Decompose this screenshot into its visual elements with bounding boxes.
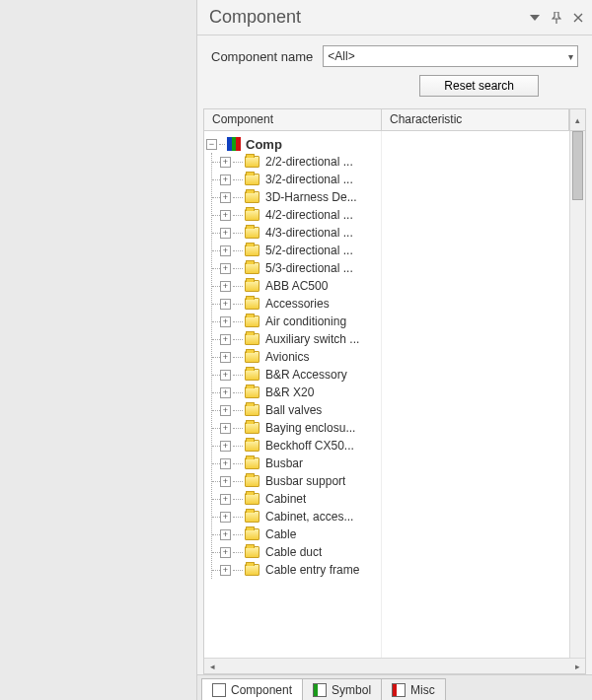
characteristic-column-body xyxy=(382,131,569,658)
component-tree[interactable]: − Comp +2/2-directional ...+3/2-directio… xyxy=(204,131,382,658)
tree-node[interactable]: +2/2-directional ... xyxy=(212,153,381,171)
tree-node[interactable]: +B&R Accessory xyxy=(212,366,381,384)
tree-expand-toggle[interactable]: + xyxy=(220,370,231,381)
horizontal-scrollbar-track[interactable] xyxy=(220,659,569,673)
tree-root-row[interactable]: − Comp xyxy=(206,135,381,153)
folder-icon xyxy=(245,333,259,345)
tab-symbol-icon xyxy=(313,683,327,697)
tree-node[interactable]: +3/2-directional ... xyxy=(212,171,381,188)
tree-node[interactable]: +Busbar support xyxy=(212,472,381,490)
tab-component[interactable]: Component xyxy=(201,678,303,700)
tree-node[interactable]: +Ball valves xyxy=(212,401,381,419)
tree-node[interactable]: +Baying enclosu... xyxy=(212,419,381,437)
tree-node[interactable]: +Avionics xyxy=(212,348,381,366)
tree-expand-toggle[interactable]: + xyxy=(220,441,231,452)
tree-node[interactable]: +Cable xyxy=(212,525,381,543)
tree-node[interactable]: +Cable duct xyxy=(212,543,381,561)
column-header-component[interactable]: Component xyxy=(204,109,382,130)
tree-node[interactable]: +Air conditioning xyxy=(212,313,381,330)
tree-node[interactable]: +5/3-directional ... xyxy=(212,259,381,277)
tree-node-label: Cable xyxy=(265,527,296,541)
tree-expand-toggle[interactable]: + xyxy=(220,316,231,327)
column-header-characteristic[interactable]: Characteristic xyxy=(382,109,569,130)
tree-expand-toggle[interactable]: + xyxy=(220,281,231,292)
tree-expand-toggle[interactable]: + xyxy=(220,228,231,239)
tree-expand-toggle[interactable]: + xyxy=(220,263,231,274)
tree-node[interactable]: +4/2-directional ... xyxy=(212,206,381,224)
tree-node-label: Air conditioning xyxy=(265,315,346,328)
folder-icon xyxy=(245,404,259,416)
tree-node-label: 3D-Harness De... xyxy=(265,190,357,204)
tree-node[interactable]: +B&R X20 xyxy=(212,384,381,401)
tree-node[interactable]: +ABB AC500 xyxy=(212,277,381,295)
horizontal-scrollbar[interactable]: ◂ ▸ xyxy=(204,658,585,673)
tree-node-label: B&R Accessory xyxy=(265,368,347,382)
tree-expand-toggle[interactable]: + xyxy=(220,175,231,185)
vertical-scrollbar-thumb[interactable] xyxy=(572,131,583,200)
tree-expand-toggle[interactable]: + xyxy=(220,192,231,203)
tree-node-label: Beckhoff CX50... xyxy=(265,439,354,453)
folder-icon xyxy=(245,475,259,487)
tree-node[interactable]: +Cabinet, acces... xyxy=(212,508,381,525)
tree-node[interactable]: +Cable entry frame xyxy=(212,561,381,579)
tree-expand-toggle[interactable]: + xyxy=(220,494,231,505)
tree-expand-toggle[interactable]: + xyxy=(220,299,231,310)
tree-expand-toggle[interactable]: + xyxy=(220,245,231,256)
tree-node[interactable]: +4/3-directional ... xyxy=(212,224,381,242)
tree-node-label: ABB AC500 xyxy=(265,279,328,293)
tree-node[interactable]: +Beckhoff CX50... xyxy=(212,437,381,455)
reset-search-button[interactable]: Reset search xyxy=(419,75,539,97)
tree-node-label: Ball valves xyxy=(265,403,322,417)
close-icon[interactable] xyxy=(572,12,584,24)
tree-node-label: B&R X20 xyxy=(265,385,314,399)
folder-icon xyxy=(245,386,259,398)
tree-expand-toggle[interactable]: + xyxy=(220,565,231,576)
tree-expand-toggle[interactable]: + xyxy=(220,387,231,398)
tree-expand-toggle[interactable]: + xyxy=(220,476,231,487)
tree-expand-toggle[interactable]: + xyxy=(220,210,231,221)
tree-expand-toggle[interactable]: + xyxy=(220,512,231,523)
tree-expand-toggle[interactable]: + xyxy=(220,423,231,434)
component-name-label: Component name xyxy=(211,49,313,64)
tab-misc-icon xyxy=(392,683,406,697)
vertical-scrollbar[interactable] xyxy=(569,131,585,658)
tree-expand-toggle[interactable]: + xyxy=(220,405,231,416)
tree-collapse-toggle[interactable]: − xyxy=(206,139,217,150)
pin-icon[interactable] xyxy=(551,12,562,24)
panel-titlebar: Component xyxy=(197,0,592,35)
tree-expand-toggle[interactable]: + xyxy=(220,352,231,363)
tree-expand-toggle[interactable]: + xyxy=(220,529,231,540)
tree-node-label: Cabinet xyxy=(265,492,306,506)
folder-icon xyxy=(245,457,259,469)
tree-expand-toggle[interactable]: + xyxy=(220,547,231,558)
tree-root-label: Comp xyxy=(246,137,282,152)
scroll-up-arrow[interactable]: ▴ xyxy=(569,109,585,130)
tab-misc[interactable]: Misc xyxy=(381,678,446,700)
root-icon xyxy=(227,137,241,151)
tree-expand-toggle[interactable]: + xyxy=(220,334,231,345)
folder-icon xyxy=(245,528,259,540)
tree-node[interactable]: +5/2-directional ... xyxy=(212,242,381,259)
tree-node-label: Cabinet, acces... xyxy=(265,510,353,524)
scroll-right-arrow[interactable]: ▸ xyxy=(569,659,585,673)
tree-node[interactable]: +Busbar xyxy=(212,455,381,472)
tree-node-label: 2/2-directional ... xyxy=(265,155,353,169)
tree-node[interactable]: +Auxiliary switch ... xyxy=(212,330,381,348)
folder-icon xyxy=(245,546,259,558)
tree-node-label: Busbar support xyxy=(265,474,345,488)
folder-icon xyxy=(245,564,259,576)
folder-icon xyxy=(245,440,259,452)
component-name-combo[interactable]: <All> ▾ xyxy=(323,45,578,67)
tab-symbol[interactable]: Symbol xyxy=(302,678,382,700)
scroll-left-arrow[interactable]: ◂ xyxy=(204,659,220,673)
tree-expand-toggle[interactable]: + xyxy=(220,157,231,168)
folder-icon xyxy=(245,369,259,381)
panel-menu-icon[interactable] xyxy=(529,12,541,24)
tree-node[interactable]: +Accessories xyxy=(212,295,381,313)
tree-node[interactable]: +3D-Harness De... xyxy=(212,188,381,206)
tree-node[interactable]: +Cabinet xyxy=(212,490,381,508)
folder-icon xyxy=(245,174,259,185)
tree-expand-toggle[interactable]: + xyxy=(220,458,231,469)
folder-icon xyxy=(245,191,259,203)
tree-node-label: Busbar xyxy=(265,456,303,470)
